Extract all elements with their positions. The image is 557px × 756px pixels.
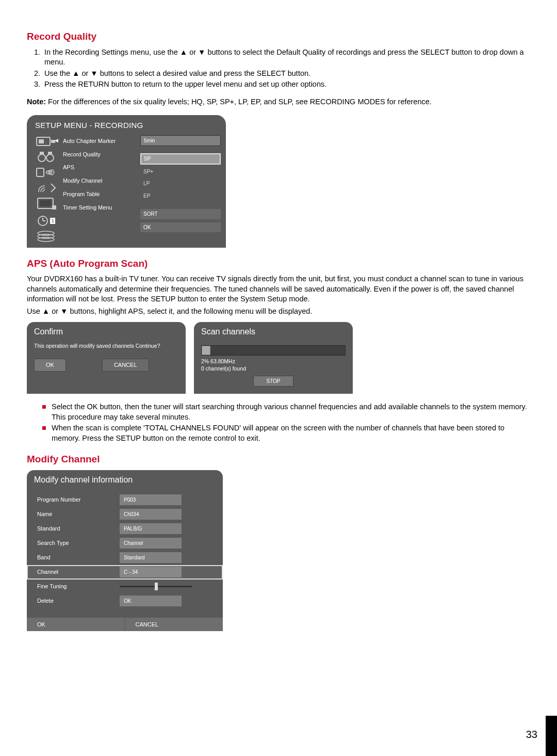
heading-aps: APS (Auto Program Scan)	[27, 257, 530, 270]
menu-item-timer-setting[interactable]: Timer Setting Menu	[63, 204, 136, 212]
confirm-cancel-button[interactable]: CANCEL	[102, 359, 149, 372]
mod-label: Program Number	[27, 496, 120, 504]
mod-label: Name	[27, 510, 120, 518]
value-auto-chapter[interactable]: 5min	[140, 135, 221, 147]
back-arrow-icon: ◀	[55, 137, 58, 143]
confirm-message: This operation will modify saved channel…	[34, 342, 178, 349]
aps-bullet-2: When the scan is complete 'TOTAL CHANNEL…	[42, 423, 530, 443]
svg-point-4	[46, 154, 54, 162]
svg-rect-1	[39, 139, 44, 143]
mod-row-program-number[interactable]: Program Number P003	[27, 493, 223, 507]
scan-progress-bar	[201, 345, 346, 356]
menu-item-modify-channel[interactable]: Modify Channel	[63, 177, 136, 185]
scan-progress-fill	[202, 346, 210, 355]
step-1: In the Recording Settings menu, use the …	[42, 47, 530, 68]
scan-progress-text: 2% 63.80MHz	[201, 358, 346, 365]
heading-record-quality: Record Quality	[27, 30, 530, 43]
setup-menu-items: ◀ Auto Chapter Marker Record Quality APS…	[63, 135, 136, 243]
svg-text:1: 1	[52, 218, 54, 223]
confirm-title: Confirm	[27, 322, 186, 341]
mod-label: Standard	[27, 525, 120, 533]
quality-option-lp[interactable]: LP	[140, 179, 221, 189]
mod-value: PALB/G	[120, 523, 182, 535]
modify-channel-dialog: Modify channel information Program Numbe…	[27, 470, 223, 631]
mod-row-band[interactable]: Band Standard	[27, 551, 223, 565]
svg-point-18	[38, 237, 54, 242]
svg-rect-9	[40, 200, 51, 206]
setup-icon-column: 1	[34, 135, 59, 243]
video-input-icon	[36, 135, 57, 148]
mod-label: Delete	[27, 597, 120, 605]
menu-item-auto-chapter[interactable]: Auto Chapter Marker	[63, 137, 136, 145]
satellite-icon	[36, 182, 57, 194]
sort-button[interactable]: SORT	[140, 209, 221, 219]
quality-option-sp-plus[interactable]: SP+	[140, 167, 221, 177]
camera-icon	[36, 151, 57, 163]
mod-row-standard[interactable]: Standard PALB/G	[27, 522, 223, 536]
page-number: 33	[526, 728, 537, 742]
record-quality-steps: In the Recording Settings menu, use the …	[27, 47, 530, 90]
note-text: For the differences of the six quality l…	[46, 98, 432, 106]
record-quality-note: Note: For the differences of the six qua…	[27, 97, 530, 107]
mod-row-name[interactable]: Name Ch034	[27, 507, 223, 522]
menu-item-program-table[interactable]: Program Table	[63, 190, 136, 198]
mod-label: Channel	[27, 568, 120, 576]
step-2: Use the ▲ or ▼ buttons to select a desir…	[42, 69, 530, 79]
svg-rect-7	[37, 168, 44, 176]
heading-modify-channel: Modify Channel	[27, 453, 530, 466]
aps-bullet-1: Select the OK button, then the tuner wil…	[42, 402, 530, 422]
svg-rect-6	[48, 152, 52, 154]
confirm-dialog: Confirm This operation will modify saved…	[27, 322, 186, 394]
mod-row-search-type[interactable]: Search Type Channel	[27, 536, 223, 551]
mod-label: Search Type	[27, 539, 120, 547]
mod-row-channel-selected[interactable]: Channel C - 34	[27, 565, 223, 580]
mod-value: C - 34	[120, 567, 182, 578]
mod-value: Ch034	[120, 509, 182, 520]
mod-value: Standard	[120, 552, 182, 564]
setup-value-column: 5min SP SP+ LP EP SORT OK	[140, 135, 221, 243]
step-3: Press the RETURN button to return to the…	[42, 79, 530, 90]
note-label: Note:	[27, 98, 46, 106]
mod-row-fine-tuning[interactable]: Fine Tuning	[27, 580, 223, 594]
mod-label: Band	[27, 554, 120, 561]
ok-button[interactable]: OK	[140, 222, 221, 233]
mod-row-delete[interactable]: Delete OK	[27, 594, 223, 608]
disc-stack-icon	[36, 230, 57, 243]
modify-cancel-button[interactable]: CANCEL	[125, 618, 223, 632]
svg-rect-10	[52, 205, 56, 210]
aps-bullet-list: Select the OK button, then the tuner wil…	[27, 402, 530, 443]
setup-menu-panel: SETUP MENU - RECORDING 1 ◀ Auto Chapter …	[27, 115, 226, 247]
svg-rect-5	[40, 152, 44, 154]
quality-option-sp[interactable]: SP	[140, 153, 221, 165]
aps-paragraph-2: Use ▲ or ▼ buttons, highlight APS, selec…	[27, 307, 530, 317]
scan-title: Scan channels	[194, 322, 353, 341]
slider-thumb-icon[interactable]	[155, 583, 158, 590]
mod-label: Fine Tuning	[27, 583, 120, 590]
scan-channels-dialog: Scan channels 2% 63.80MHz 0 channel(s) f…	[194, 322, 353, 394]
clock-icon: 1	[36, 215, 57, 227]
mod-value: OK	[120, 596, 182, 607]
scan-found-text: 0 channel(s) found	[201, 365, 346, 372]
confirm-ok-button[interactable]: OK	[34, 359, 66, 372]
page-edge-tab	[546, 716, 557, 756]
aps-paragraph-1: Your DVDRX160 has a built-in TV tuner. Y…	[27, 274, 530, 304]
mod-value: P003	[120, 494, 182, 506]
modify-ok-button[interactable]: OK	[27, 618, 125, 632]
audio-icon	[36, 166, 57, 179]
menu-item-record-quality[interactable]: Record Quality	[63, 151, 136, 158]
fine-tuning-slider[interactable]	[120, 586, 192, 587]
modify-title: Modify channel information	[27, 470, 223, 489]
svg-point-3	[38, 154, 45, 162]
mod-value: Channel	[120, 538, 182, 549]
scan-stop-button[interactable]: STOP	[253, 376, 293, 387]
setup-menu-title: SETUP MENU - RECORDING	[27, 115, 226, 135]
tv-icon	[36, 197, 57, 212]
menu-item-aps[interactable]: APS	[63, 164, 136, 171]
quality-option-ep[interactable]: EP	[140, 191, 221, 201]
